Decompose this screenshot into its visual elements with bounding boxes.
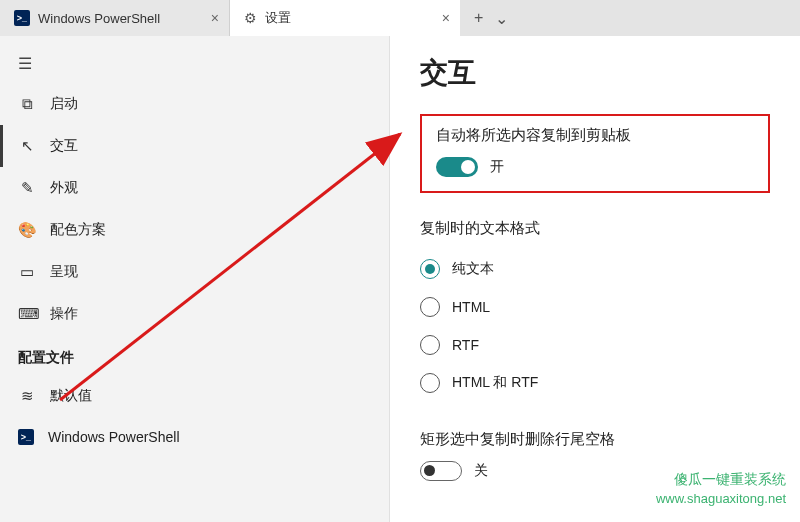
radio-html-rtf[interactable]: HTML 和 RTF [420, 364, 770, 402]
watermark: 傻瓜一键重装系统 www.shaguaxitong.net [656, 470, 786, 508]
radio-unchecked-icon [420, 297, 440, 317]
hamburger-icon[interactable]: ☰ [0, 44, 389, 83]
radio-html[interactable]: HTML [420, 288, 770, 326]
sidebar-item-label: Windows PowerShell [48, 429, 180, 445]
startup-icon: ⧉ [18, 95, 36, 113]
toggle-state-label: 开 [490, 158, 504, 176]
radio-label: HTML 和 RTF [452, 374, 538, 392]
radio-checked-icon [420, 259, 440, 279]
sidebar-item-interaction[interactable]: ↖ 交互 [0, 125, 389, 167]
content-panel: 交互 自动将所选内容复制到剪贴板 开 复制时的文本格式 纯文本 HTML RTF [390, 36, 800, 522]
tab-strip: >_ Windows PowerShell × ⚙ 设置 × + ⌄ [0, 0, 800, 36]
sidebar-item-label: 启动 [50, 95, 78, 113]
radio-label: 纯文本 [452, 260, 494, 278]
tab-settings[interactable]: ⚙ 设置 × [230, 0, 460, 36]
palette-icon: 🎨 [18, 221, 36, 239]
cursor-icon: ↖ [18, 137, 36, 155]
sidebar-item-label: 配色方案 [50, 221, 106, 239]
gear-icon: ⚙ [244, 10, 257, 26]
tab-actions: + ⌄ [460, 0, 522, 36]
toggle-switch-on[interactable] [436, 157, 478, 177]
toggle-state-label: 关 [474, 462, 488, 480]
radio-plain-text[interactable]: 纯文本 [420, 250, 770, 288]
new-tab-icon[interactable]: + [474, 9, 483, 27]
sidebar-item-defaults[interactable]: ≋ 默认值 [0, 375, 389, 417]
sidebar-item-label: 默认值 [50, 387, 92, 405]
setting-text-format: 复制时的文本格式 纯文本 HTML RTF HTML 和 RTF [420, 219, 770, 402]
main-area: ☰ ⧉ 启动 ↖ 交互 ✎ 外观 🎨 配色方案 ▭ 呈现 ⌨ 操作 配置文件 ≋… [0, 36, 800, 522]
sidebar-item-actions[interactable]: ⌨ 操作 [0, 293, 389, 335]
tab-label: Windows PowerShell [38, 11, 215, 26]
brush-icon: ✎ [18, 179, 36, 197]
radio-rtf[interactable]: RTF [420, 326, 770, 364]
watermark-text: 傻瓜一键重装系统 [656, 470, 786, 490]
radio-label: RTF [452, 337, 479, 353]
layers-icon: ≋ [18, 387, 36, 405]
setting-label-format: 复制时的文本格式 [420, 219, 770, 238]
radio-unchecked-icon [420, 335, 440, 355]
page-title: 交互 [420, 54, 770, 92]
sidebar-item-rendering[interactable]: ▭ 呈现 [0, 251, 389, 293]
sidebar-item-label: 交互 [50, 137, 78, 155]
sidebar-item-label: 外观 [50, 179, 78, 197]
powershell-icon: >_ [14, 10, 30, 26]
monitor-icon: ▭ [18, 263, 36, 281]
sidebar-item-appearance[interactable]: ✎ 外观 [0, 167, 389, 209]
watermark-url: www.shaguaxitong.net [656, 490, 786, 508]
sidebar: ☰ ⧉ 启动 ↖ 交互 ✎ 外观 🎨 配色方案 ▭ 呈现 ⌨ 操作 配置文件 ≋… [0, 36, 390, 522]
keyboard-icon: ⌨ [18, 305, 36, 323]
setting-label-trim: 矩形选中复制时删除行尾空格 [420, 430, 770, 449]
sidebar-item-label: 呈现 [50, 263, 78, 281]
radio-label: HTML [452, 299, 490, 315]
toggle-switch-off[interactable] [420, 461, 462, 481]
radio-unchecked-icon [420, 373, 440, 393]
tab-label: 设置 [265, 9, 446, 27]
toggle-copy-clipboard[interactable]: 开 [436, 157, 754, 177]
sidebar-item-startup[interactable]: ⧉ 启动 [0, 83, 389, 125]
sidebar-item-label: 操作 [50, 305, 78, 323]
highlight-annotation: 自动将所选内容复制到剪贴板 开 [420, 114, 770, 193]
sidebar-item-profile-powershell[interactable]: >_ Windows PowerShell [0, 417, 389, 457]
setting-label-copy: 自动将所选内容复制到剪贴板 [436, 126, 754, 145]
powershell-icon: >_ [18, 429, 34, 445]
close-icon[interactable]: × [442, 10, 450, 26]
chevron-down-icon[interactable]: ⌄ [495, 9, 508, 28]
tab-powershell[interactable]: >_ Windows PowerShell × [0, 0, 230, 36]
sidebar-section-header: 配置文件 [0, 335, 389, 375]
sidebar-item-color-schemes[interactable]: 🎨 配色方案 [0, 209, 389, 251]
close-icon[interactable]: × [211, 10, 219, 26]
